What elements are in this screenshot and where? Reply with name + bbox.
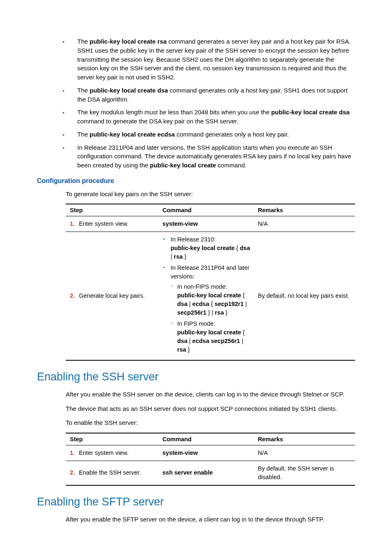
step-num: 2. <box>70 468 79 477</box>
table-row: 1.Enter system view. system-view N/A <box>66 216 355 232</box>
cmd-bold: dsa <box>177 338 187 344</box>
cmd-bold: rsa <box>215 309 224 316</box>
cmd-bold: ecdsa secp256r1 <box>192 338 240 344</box>
cmd-sub-list: In non-FIPS mode: public-key local creat… <box>171 283 251 354</box>
bullet-text-post: command to generate the DSA key pair on … <box>77 118 238 125</box>
cmd-text: } | <box>206 309 215 316</box>
cmd-sub-item: In non-FIPS mode: public-key local creat… <box>171 283 251 317</box>
cell-step: 2.Enable the SSH server. <box>66 461 158 485</box>
th-remarks: Remarks <box>254 433 355 445</box>
th-remarks: Remarks <box>254 204 355 216</box>
cmd-text: { <box>241 329 245 336</box>
bullet-text-post: command generates only a host key pair. <box>175 131 289 138</box>
table-row: 2.Generate local key pairs. In Release 2… <box>66 232 355 361</box>
bullet-item: The key modulus length must be less than… <box>62 108 355 126</box>
cell-command: system-view <box>158 445 254 461</box>
cmd-text: ssh server enable <box>162 469 213 476</box>
cmd-text: | <box>240 338 243 344</box>
th-command: Command <box>158 433 254 445</box>
step-text: Enter system view. <box>79 450 129 456</box>
bullet-text-bold: public-key local create rsa <box>90 38 167 45</box>
page-content: The public-key local create rsa command … <box>0 0 392 533</box>
cell-step: 2.Generate local key pairs. <box>66 232 158 361</box>
cell-command: system-view <box>158 216 254 232</box>
cmd-bold: public-key local create <box>171 245 235 251</box>
cmd-text: } <box>183 253 187 260</box>
cmd-bullet: In Release 2310: public-key local create… <box>162 235 251 261</box>
cmd-text: { <box>241 292 245 299</box>
ssh-intro-2: The device that acts as an SSH server do… <box>66 404 355 414</box>
bullet-text-pre: The <box>77 131 90 138</box>
bullet-text-bold: public-key local create ecdsa <box>90 131 175 138</box>
step-num: 2. <box>70 292 79 300</box>
enabling-sftp-heading: Enabling the SFTP server <box>37 496 355 508</box>
step-text: Generate local key pairs. <box>79 292 145 299</box>
cell-remarks: By default, no local key pairs exist. <box>254 232 355 361</box>
cmd-text: system-view <box>162 450 198 456</box>
step-text: Enable the SSH server. <box>79 469 141 476</box>
bullet-text-post: command. <box>216 162 247 169</box>
cmd-sub-label: In FIPS mode: <box>177 320 215 327</box>
table-row: 2.Enable the SSH server. ssh server enab… <box>66 461 355 485</box>
cmd-bold: secp192r1 <box>214 301 244 307</box>
cmd-text: } <box>224 309 228 316</box>
cmd-text: { <box>209 301 214 307</box>
configuration-procedure-heading: Configuration procedure <box>37 177 355 185</box>
cmd-bullet-list: In Release 2310: public-key local create… <box>162 235 251 354</box>
cell-command: In Release 2310: public-key local create… <box>158 232 254 361</box>
sftp-intro-1: After you enable the SFTP server on the … <box>66 515 355 524</box>
cmd-sub-label: In non-FIPS mode: <box>177 283 227 290</box>
cmd-text: system-view <box>162 220 198 227</box>
cmd-text: | <box>187 301 192 307</box>
config-intro-text: To generate local key pairs on the SSH s… <box>66 190 355 199</box>
cmd-text: } <box>186 346 190 353</box>
bullet-item: The public-key local create rsa command … <box>62 37 355 82</box>
cell-remarks: N/A <box>254 216 355 232</box>
cmd-text: | <box>171 253 174 260</box>
cmd-bold: dsa <box>240 245 250 251</box>
ssh-intro-1: After you enable the SSH server on the d… <box>66 390 355 399</box>
table-row: 1.Enter system view. system-view N/A <box>66 445 355 461</box>
table-header-row: Step Command Remarks <box>66 433 355 445</box>
cmd-bold: rsa <box>174 253 183 260</box>
step-num: 1. <box>70 220 79 228</box>
bullet-text-bold: public-key local create dsa <box>90 87 168 94</box>
cell-command: ssh server enable <box>158 461 254 485</box>
step-num: 1. <box>70 449 79 457</box>
bullet-item: The public-key local create ecdsa comman… <box>62 130 355 139</box>
bullet-text-pre: The <box>77 87 90 94</box>
bullet-text-bold: public-key local create dsa <box>271 109 350 116</box>
ssh-table: Step Command Remarks 1.Enter system view… <box>66 433 355 486</box>
cmd-bold: dsa <box>177 301 187 307</box>
cell-step: 1.Enter system view. <box>66 216 158 232</box>
cmd-intro: In Release 2311P04 and later versions: <box>171 264 249 280</box>
cmd-bold: rsa <box>177 346 186 353</box>
cmd-intro: In Release 2310: <box>171 236 216 243</box>
bullet-text-pre: The <box>77 38 90 45</box>
cmd-bold: public-key local create <box>177 329 241 336</box>
cmd-bold: ecdsa <box>192 301 209 307</box>
cell-remarks: N/A <box>254 445 355 461</box>
cmd-sub-item: In FIPS mode: public-key local create { … <box>171 320 251 354</box>
enabling-ssh-heading: Enabling the SSH server <box>37 371 355 383</box>
cmd-text: | <box>187 338 192 344</box>
bullet-text-pre: The key modulus length must be less than… <box>77 109 271 116</box>
th-step: Step <box>66 433 158 445</box>
cell-remarks: By default, the SSH server is disabled. <box>254 461 355 485</box>
bullet-item: The public-key local create dsa command … <box>62 86 355 104</box>
cmd-bold: secp256r1 <box>177 309 206 316</box>
th-command: Command <box>158 204 254 216</box>
cell-step: 1.Enter system view. <box>66 445 158 461</box>
keypair-table: Step Command Remarks 1.Enter system view… <box>66 204 355 361</box>
th-step: Step <box>66 204 158 216</box>
cmd-bold: public-key local create <box>177 292 241 299</box>
bullet-text-bold: public-key local create <box>150 162 216 169</box>
ssh-intro-3: To enable the SSH server: <box>66 418 355 428</box>
top-bullet-list: The public-key local create rsa command … <box>37 37 355 170</box>
cmd-text: | <box>244 301 247 307</box>
bullet-item: In Release 2311P04 and later versions, t… <box>62 143 355 170</box>
table-header-row: Step Command Remarks <box>66 204 355 216</box>
cmd-bullet: In Release 2311P04 and later versions: I… <box>162 264 251 354</box>
step-text: Enter system view. <box>79 220 129 227</box>
cmd-text: { <box>235 245 240 251</box>
